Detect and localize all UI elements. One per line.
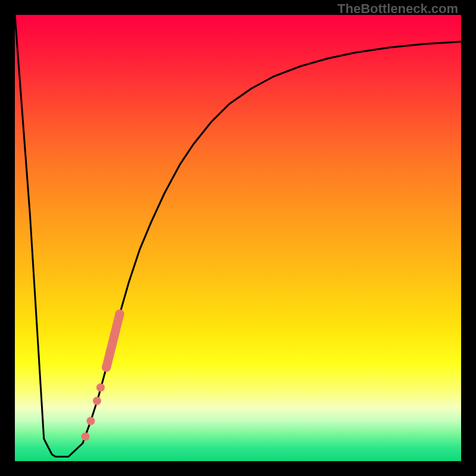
- plot-area: [15, 15, 461, 461]
- gpu-overlay-dot: [82, 433, 90, 441]
- gpu-overlay-dot: [93, 397, 101, 405]
- gpu-overlay-dot: [115, 310, 124, 318]
- gpu-overlay-dot: [110, 330, 118, 338]
- curve-layer: [15, 15, 461, 461]
- gpu-overlay-dot: [106, 347, 114, 356]
- gpu-overlay-dot: [87, 417, 95, 425]
- chart-frame: TheBottleneck.com: [0, 0, 476, 476]
- bottleneck-curve: [15, 15, 461, 457]
- gpu-overlay-dot: [102, 364, 110, 372]
- gpu-overlay-segment: [107, 314, 120, 368]
- gpu-overlay-dot: [96, 383, 105, 392]
